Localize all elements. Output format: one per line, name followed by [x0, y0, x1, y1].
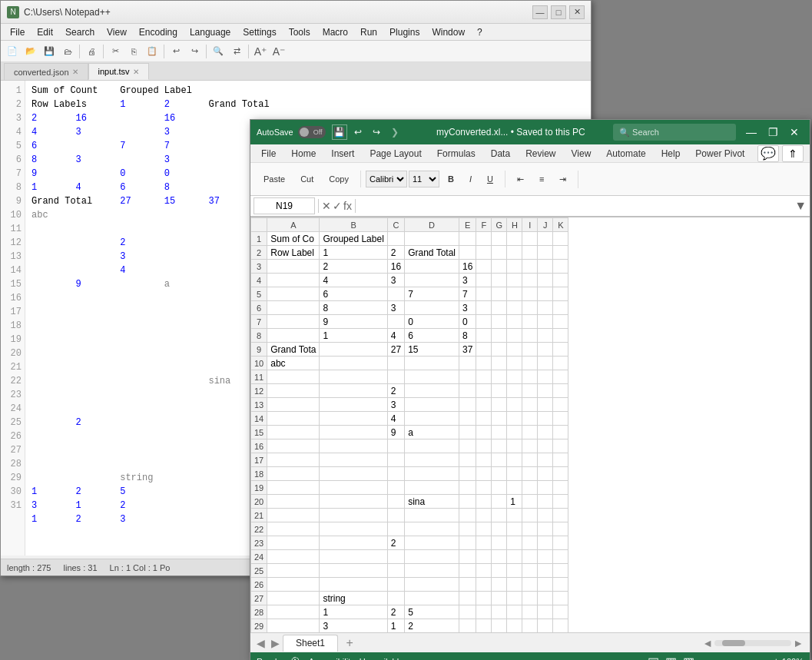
- cell-28-F[interactable]: [476, 605, 492, 619]
- cell-8-B[interactable]: 1: [320, 329, 387, 343]
- cell-18-K[interactable]: [553, 467, 568, 481]
- cell-25-K[interactable]: [553, 564, 568, 578]
- npp-menu-view[interactable]: View: [101, 25, 133, 39]
- cell-7-C[interactable]: [387, 315, 404, 329]
- cell-10-I[interactable]: [522, 357, 538, 370]
- npp-print-btn[interactable]: 🖨: [83, 43, 100, 60]
- cell-28-C[interactable]: 2: [387, 605, 404, 619]
- cell-2-B[interactable]: 1: [320, 246, 387, 260]
- cell-9-H[interactable]: [507, 343, 522, 357]
- col-header-D[interactable]: D: [405, 218, 459, 232]
- excel-menu-formulas[interactable]: Formulas: [429, 147, 483, 161]
- cell-22-I[interactable]: [522, 522, 538, 536]
- cell-23-D[interactable]: [405, 536, 459, 550]
- excel-sheet1-tab[interactable]: Sheet1: [283, 635, 338, 652]
- cell-13-G[interactable]: [492, 398, 507, 412]
- col-header-H[interactable]: H: [507, 218, 522, 232]
- cell-9-F[interactable]: [476, 343, 492, 357]
- cell-1-I[interactable]: [522, 232, 538, 246]
- npp-findreplace-btn[interactable]: ⇄: [228, 43, 245, 60]
- cell-29-A[interactable]: [267, 619, 320, 633]
- npp-tab-input-tsv[interactable]: input.tsv ✕: [88, 63, 149, 80]
- cell-23-F[interactable]: [476, 536, 492, 550]
- cell-8-I[interactable]: [522, 329, 538, 343]
- cell-19-A[interactable]: [267, 481, 320, 495]
- cell-12-B[interactable]: [320, 384, 387, 398]
- cell-23-J[interactable]: [538, 536, 553, 550]
- row-header-28[interactable]: 28: [251, 605, 267, 619]
- cell-18-C[interactable]: [387, 467, 404, 481]
- cell-7-G[interactable]: [492, 315, 507, 329]
- cell-16-I[interactable]: [522, 439, 538, 453]
- cell-4-B[interactable]: 4: [320, 274, 387, 287]
- cell-16-C[interactable]: [387, 439, 404, 453]
- cell-24-K[interactable]: [553, 550, 568, 564]
- cell-1-E[interactable]: [459, 232, 476, 246]
- cell-19-I[interactable]: [522, 481, 538, 495]
- npp-close-btn[interactable]: ✕: [569, 5, 585, 19]
- cell-8-E[interactable]: 8: [459, 329, 476, 343]
- npp-paste-btn[interactable]: 📋: [144, 43, 161, 60]
- formula-expand-btn[interactable]: ▼: [794, 199, 807, 213]
- cell-15-G[interactable]: [492, 426, 507, 439]
- cell-17-K[interactable]: [553, 453, 568, 467]
- cell-20-A[interactable]: [267, 495, 320, 509]
- cell-5-D[interactable]: 7: [405, 287, 459, 301]
- cell-22-F[interactable]: [476, 522, 492, 536]
- cell-15-I[interactable]: [522, 426, 538, 439]
- cell-27-D[interactable]: [405, 592, 459, 605]
- cell-11-D[interactable]: [405, 370, 459, 384]
- row-header-17[interactable]: 17: [251, 453, 267, 467]
- cell-20-J[interactable]: [538, 495, 553, 509]
- cell-13-E[interactable]: [459, 398, 476, 412]
- npp-menu-file[interactable]: File: [4, 25, 31, 39]
- cell-10-H[interactable]: [507, 357, 522, 370]
- cell-16-F[interactable]: [476, 439, 492, 453]
- excel-grid[interactable]: A B C D E F G H I J K 1Sum of CoGrouped …: [250, 217, 810, 632]
- excel-menu-data[interactable]: Data: [483, 147, 518, 161]
- cell-11-G[interactable]: [492, 370, 507, 384]
- excel-menu-help[interactable]: Help: [654, 147, 688, 161]
- cell-27-K[interactable]: [553, 592, 568, 605]
- excel-align-center-btn[interactable]: ≡: [532, 171, 551, 187]
- cell-2-F[interactable]: [476, 246, 492, 260]
- autosave-toggle[interactable]: Off: [298, 126, 326, 138]
- cell-2-A[interactable]: Row Label: [267, 246, 320, 260]
- cell-11-I[interactable]: [522, 370, 538, 384]
- row-header-7[interactable]: 7: [251, 315, 267, 329]
- cell-3-C[interactable]: 16: [387, 260, 404, 274]
- cell-16-J[interactable]: [538, 439, 553, 453]
- cell-14-C[interactable]: 4: [387, 412, 404, 426]
- npp-zoom-out-btn[interactable]: A⁻: [270, 43, 287, 60]
- cell-14-E[interactable]: [459, 412, 476, 426]
- excel-menu-file[interactable]: File: [254, 147, 283, 161]
- cell-29-J[interactable]: [538, 619, 553, 633]
- cell-13-C[interactable]: 3: [387, 398, 404, 412]
- npp-open-btn[interactable]: 📂: [22, 43, 39, 60]
- excel-align-left-btn[interactable]: ⇤: [510, 171, 531, 188]
- row-header-29[interactable]: 29: [251, 619, 267, 633]
- cell-4-F[interactable]: [476, 274, 492, 287]
- cell-7-B[interactable]: 9: [320, 315, 387, 329]
- col-header-F[interactable]: F: [476, 218, 492, 232]
- cell-9-K[interactable]: [553, 343, 568, 357]
- cell-27-E[interactable]: [459, 592, 476, 605]
- cell-12-K[interactable]: [553, 384, 568, 398]
- cell-16-K[interactable]: [553, 439, 568, 453]
- cell-10-A[interactable]: abc: [267, 357, 320, 370]
- row-header-19[interactable]: 19: [251, 481, 267, 495]
- cell-16-A[interactable]: [267, 439, 320, 453]
- cell-17-D[interactable]: [405, 453, 459, 467]
- excel-underline-btn[interactable]: U: [480, 171, 500, 187]
- excel-zoom-out-btn[interactable]: −: [701, 656, 706, 660]
- excel-bold-btn[interactable]: B: [441, 171, 461, 187]
- cell-22-H[interactable]: [507, 522, 522, 536]
- excel-zoom-in-btn[interactable]: +: [774, 656, 779, 660]
- cell-17-I[interactable]: [522, 453, 538, 467]
- cell-10-J[interactable]: [538, 357, 553, 370]
- cell-22-A[interactable]: [267, 522, 320, 536]
- cell-19-K[interactable]: [553, 481, 568, 495]
- cell-23-A[interactable]: [267, 536, 320, 550]
- cell-4-I[interactable]: [522, 274, 538, 287]
- cell-6-E[interactable]: 3: [459, 301, 476, 315]
